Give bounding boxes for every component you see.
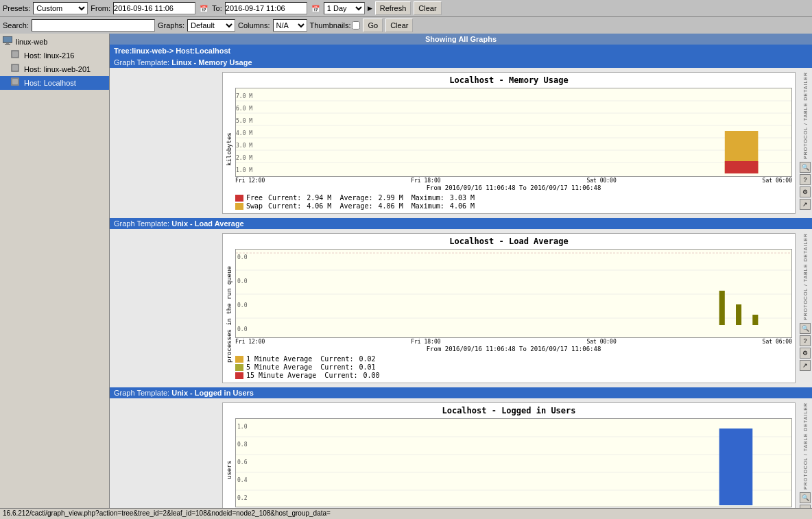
zoom-icon-3[interactable]: 🔍	[800, 492, 811, 503]
presets-select[interactable]: Custom	[33, 2, 88, 14]
svg-rect-2	[5, 44, 10, 45]
timespan-select[interactable]: 1 Day	[324, 2, 365, 14]
template-name-2: Unix - Load Average	[171, 219, 244, 228]
to-label: To:	[212, 4, 222, 12]
svg-rect-8	[12, 79, 18, 84]
legend-row-15min: 15 Minute Average Current: 0.00	[235, 372, 792, 379]
legend-row-1min: 1 Minute Average Current: 0.02	[235, 355, 792, 363]
breadcrumb: Tree:linux-web-> Host:Localhost	[110, 45, 812, 57]
svg-text:6.0 M: 6.0 M	[236, 106, 252, 112]
thumbnails-checkbox[interactable]	[352, 21, 360, 29]
svg-text:0.4: 0.4	[237, 477, 248, 483]
legend-name-free: Free	[246, 194, 263, 202]
top-row2: Search: Graphs: Default Columns: N/A Thu…	[0, 17, 812, 34]
top-row1: Presets: Custom From: 📅 To: 📅 1 Day ▶ Re…	[0, 0, 812, 17]
chart-svg-1: 7.0 M 6.0 M 5.0 M 4.0 M 3.0 M 2.0 M 1.0 …	[235, 88, 792, 177]
main-layout: linux-web Host: linux-216 Host: linux-we…	[0, 34, 812, 519]
svg-rect-35	[752, 315, 758, 325]
leaf-icon-2	[11, 64, 22, 75]
legend-2: 1 Minute Average Current: 0.02 5 Minute …	[235, 355, 792, 379]
graph-section-2: Localhost - Load Average processes in th…	[110, 229, 812, 387]
svg-text:0.0: 0.0	[237, 302, 248, 309]
refresh-button[interactable]: Refresh	[375, 1, 411, 15]
zoom-icon-1[interactable]: 🔍	[800, 162, 811, 173]
clear-button-row2[interactable]: Clear	[385, 19, 413, 32]
showing-bar: Showing All Graphs	[110, 34, 812, 45]
graph-template-bar-3: Graph Template: Unix - Logged in Users	[110, 387, 812, 398]
sidebar-item-linux-web[interactable]: linux-web	[0, 35, 109, 49]
clear-button-top[interactable]: Clear	[414, 1, 441, 15]
legend-color-swap	[235, 203, 243, 210]
right-panel-2: Localhost - Load Average processes in th…	[219, 232, 812, 385]
detail-icon-2[interactable]: ↗	[800, 360, 811, 371]
graphs-select[interactable]: Default	[187, 19, 235, 32]
legend-row-free: Free Current: 2.94 M Average: 2.99 M Max…	[235, 194, 792, 202]
leaf-icon-3	[11, 77, 22, 88]
legend-color-5min	[235, 364, 243, 371]
settings-icon-2[interactable]: ⚙	[800, 348, 811, 359]
legend-current-swap: 4.06 M	[307, 202, 331, 210]
help-icon-1[interactable]: ?	[800, 174, 811, 185]
svg-text:0.6: 0.6	[237, 459, 248, 466]
sidebar-item-linux-216[interactable]: Host: linux-216	[0, 49, 109, 62]
to-input[interactable]	[225, 2, 307, 14]
svg-rect-46	[719, 429, 753, 505]
time-range-2: From 2016/09/16 11:06:48 To 2016/09/17 1…	[235, 346, 792, 352]
chart-wrapper-2: 0.0 0.0 0.0 0.0	[235, 249, 792, 380]
search-input[interactable]	[32, 19, 155, 32]
sidebar-item-localhost[interactable]: Host: Localhost	[0, 76, 109, 90]
content-area: Showing All Graphs Tree:linux-web-> Host…	[110, 34, 812, 519]
graph-section-1: Localhost - Memory Usage kilobytes	[110, 68, 812, 218]
legend-max-swap: 4.06 M	[450, 202, 475, 210]
leaf-icon-1	[11, 50, 22, 61]
columns-label: Columns:	[238, 21, 270, 29]
chart-wrapper-1: 7.0 M 6.0 M 5.0 M 4.0 M 3.0 M 2.0 M 1.0 …	[235, 88, 792, 210]
arrow-icon[interactable]: ▶	[368, 5, 372, 12]
legend-name-15min: 15 Minute Average	[246, 372, 316, 379]
zoom-icon-2[interactable]: 🔍	[800, 323, 811, 334]
legend-row-5min: 5 Minute Average Current: 0.01	[235, 363, 792, 371]
template-name-3: Unix - Logged in Users	[171, 389, 254, 397]
search-label: Search:	[3, 21, 29, 29]
status-text: 16.6.212/cacti/graph_view.php?action=tre…	[3, 509, 331, 517]
vertical-text-1: PROTOCOL / TABLE DETAILER	[803, 72, 808, 159]
sidebar-item-linux-web-201[interactable]: Host: linux-web-201	[0, 62, 109, 76]
help-icon-2[interactable]: ?	[800, 335, 811, 346]
svg-text:0.0: 0.0	[237, 326, 248, 333]
svg-text:1.0 M: 1.0 M	[236, 167, 252, 173]
legend-name-5min: 5 Minute Average	[246, 363, 312, 371]
top-bar: Presets: Custom From: 📅 To: 📅 1 Day ▶ Re…	[0, 0, 812, 34]
legend-name-swap: Swap	[246, 202, 263, 210]
graph-right-2: Localhost - Load Average processes in th…	[219, 232, 812, 385]
graph-right-1: Localhost - Memory Usage kilobytes	[219, 71, 812, 215]
legend-1: Free Current: 2.94 M Average: 2.99 M Max…	[235, 194, 792, 210]
graph-area-1: kilobytes	[226, 88, 792, 210]
svg-text:1.0: 1.0	[237, 424, 248, 430]
calendar-icon2[interactable]: 📅	[310, 3, 321, 14]
legend-avg-free: 2.99 M	[379, 194, 403, 202]
svg-text:3.0 M: 3.0 M	[236, 143, 252, 149]
detail-icon-1[interactable]: ↗	[800, 199, 811, 210]
settings-icon-1[interactable]: ⚙	[800, 186, 811, 197]
svg-rect-33	[719, 291, 725, 325]
graph-inner-2: Localhost - Load Average processes in th…	[219, 232, 798, 385]
icon-sidebar-2: PROTOCOL / TABLE DETAILER 🔍 ? ⚙ ↗	[798, 232, 812, 385]
svg-rect-4	[12, 51, 18, 57]
graph-left-1	[110, 71, 219, 215]
graph-title-3: Localhost - Logged in Users	[226, 406, 792, 415]
calendar-icon1[interactable]: 📅	[198, 3, 209, 14]
svg-rect-1	[6, 43, 9, 44]
legend-current-5min: 0.01	[359, 363, 376, 371]
vertical-text-2: PROTOCOL / TABLE DETAILER	[803, 233, 808, 320]
right-panel-3: Localhost - Logged in Users users	[219, 401, 812, 519]
svg-text:2.0 M: 2.0 M	[236, 155, 252, 161]
y-axis-3: users	[226, 418, 235, 519]
legend-row-swap: Swap Current: 4.06 M Average: 4.06 M Max…	[235, 202, 792, 210]
template-label-3: Graph Template:	[114, 389, 169, 397]
from-input[interactable]	[113, 2, 195, 14]
thumbnails-label: Thumbnails:	[310, 21, 361, 29]
columns-select[interactable]: N/A	[273, 19, 307, 32]
y-axis-1: kilobytes	[226, 88, 235, 210]
go-button[interactable]: Go	[363, 19, 383, 32]
template-label-2: Graph Template:	[114, 219, 169, 228]
